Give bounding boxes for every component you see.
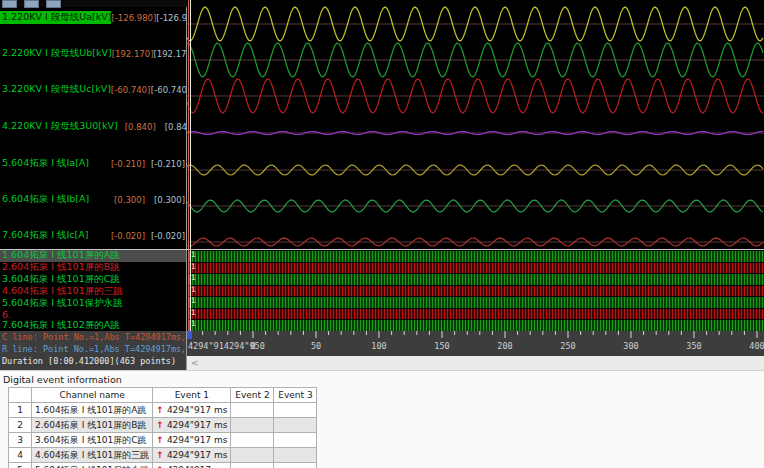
- scroll-left-arrow-icon[interactable]: <: [191, 358, 199, 368]
- table-row[interactable]: 11.604拓泉 I 线101屏的A跳↑4294"917 ms: [9, 403, 317, 418]
- toolbar-button-1[interactable]: [2, 0, 17, 8]
- channel-label[interactable]: 2.220KV I 段母线Ub[kV]: [0, 47, 112, 60]
- digital-channel-label[interactable]: 7.604拓泉 I 线102屏的A跳: [0, 319, 186, 331]
- event1-cell: ↑4294"917 ms: [153, 463, 231, 468]
- event2-cell: [231, 448, 274, 463]
- ruler-time-label: 200: [497, 341, 512, 351]
- ruler-time-label: 300: [623, 341, 638, 351]
- rising-edge-icon: ↑: [156, 435, 164, 445]
- digital-channel-label[interactable]: 1.604拓泉 I 线101屏的A跳: [0, 250, 186, 262]
- digital-trace[interactable]: 1: [189, 286, 764, 297]
- event2-cell: [231, 463, 274, 468]
- row-number: 3: [9, 433, 32, 448]
- ruler-time-label: 250: [560, 341, 575, 351]
- digital-event-section: Digital event information Channel nameEv…: [0, 370, 764, 468]
- c-cursor-value: [-126.980]: [111, 13, 156, 23]
- section-title: Digital event information: [0, 371, 764, 385]
- ruler-time-label: 350: [686, 341, 701, 351]
- analog-channel-row[interactable]: 2.220KV I 段母线Ub[kV][192.170][192.170]: [0, 47, 186, 60]
- analog-channel-row[interactable]: 1.220KV I 段母线Ua[kV][-126.980][-126.980]: [0, 11, 186, 24]
- event1-cell: ↑4294"917 ms: [153, 433, 231, 448]
- digital-trace[interactable]: 1: [189, 263, 764, 274]
- digital-channel-labels: 1.604拓泉 I 线101屏的A跳2.604拓泉 I 线101屏的B跳3.60…: [0, 250, 186, 331]
- c-cursor-value: [-60.740]: [111, 85, 150, 95]
- digital-state-value: 1: [191, 285, 196, 295]
- digital-channel-label[interactable]: 3.604拓泉 I 线101屏的C跳: [0, 274, 186, 286]
- digital-trace[interactable]: 1: [189, 297, 764, 308]
- channel-label[interactable]: 7.604拓泉 I 线Ic[A]: [0, 229, 88, 242]
- r-cursor-value: [0.300]: [145, 195, 186, 205]
- analog-channel-row[interactable]: 6.604拓泉 I 线Ib[A][0.300][0.300]: [0, 193, 186, 206]
- event2-cell: [231, 403, 274, 418]
- time-ruler[interactable]: 4294"914294"950050100150200250300350400: [187, 331, 764, 356]
- event3-cell: [274, 403, 317, 418]
- r-cursor-status: R line: Point No.=1,Abs T=4294917ms, Rel…: [2, 343, 186, 355]
- channel-label[interactable]: 4.220KV I 段母线3U0[kV]: [0, 120, 118, 133]
- channel-name-cell: 2.604拓泉 I 线101屏的B跳: [32, 418, 153, 433]
- table-row[interactable]: 44.604拓泉 I 线101屏的三跳↑4294"917 ms: [9, 448, 317, 463]
- rising-edge-icon: ↑: [156, 420, 164, 430]
- channel-name-cell: 5.604拓泉 I 线101保护永跳: [32, 463, 153, 468]
- column-header: Event 1: [153, 388, 231, 403]
- table-row[interactable]: 22.604拓泉 I 线101屏的B跳↑4294"917 ms: [9, 418, 317, 433]
- c-cursor-value: [-0.020]: [107, 231, 145, 241]
- c-cursor-line[interactable]: [188, 0, 189, 331]
- r-cursor-value: [-60.740]: [150, 85, 187, 95]
- ruler-time-label: 150: [434, 341, 449, 351]
- r-cursor-value: [0.840]: [156, 122, 187, 132]
- digital-channel-label[interactable]: 2.604拓泉 I 线101屏的B跳: [0, 262, 186, 274]
- ruler-time-label: 50: [311, 341, 321, 351]
- digital-trace[interactable]: 1: [189, 251, 764, 262]
- channel-label[interactable]: 6.604拓泉 I 线Ib[A]: [0, 193, 89, 206]
- digital-traces[interactable]: 1111111: [187, 250, 764, 331]
- row-number: 1: [9, 403, 32, 418]
- digital-trace[interactable]: 1: [189, 320, 764, 331]
- toolbar-button-3[interactable]: [46, 0, 61, 8]
- waveform-plot-area[interactable]: 1111111 4294"914294"95005010015020025030…: [187, 0, 764, 370]
- analog-channel-row[interactable]: 7.604拓泉 I 线Ic[A][-0.020][-0.020]: [0, 229, 186, 242]
- row-number-header: [9, 388, 32, 403]
- row-number: 4: [9, 448, 32, 463]
- event2-cell: [231, 418, 274, 433]
- digital-channel-label[interactable]: 4.604拓泉 I 线101屏的三跳: [0, 285, 186, 297]
- channel-name-cell: 4.604拓泉 I 线101屏的三跳: [32, 448, 153, 463]
- analog-channel-row[interactable]: 4.220KV I 段母线3U0[kV][0.840][0.840]: [0, 120, 186, 133]
- channel-label[interactable]: 5.604拓泉 I 线Ia[A]: [0, 157, 89, 170]
- ruler-time-label: 100: [371, 341, 386, 351]
- oscillogram-panel: 1.220KV I 段母线Ua[kV][-126.980][-126.980]2…: [0, 0, 764, 370]
- event-time: 4294"917 ms: [167, 420, 228, 430]
- event1-cell: ↑4294"917 ms: [153, 448, 231, 463]
- digital-trace[interactable]: 1: [189, 309, 764, 320]
- channel-label[interactable]: 3.220KV I 段母线Uc[kV]: [0, 83, 111, 96]
- event-time: 4294"917 ms: [167, 435, 228, 445]
- c-cursor-value: [-0.210]: [107, 159, 145, 169]
- horizontal-scrollbar[interactable]: <: [187, 356, 764, 370]
- table-row[interactable]: 55.604拓泉 I 线101保护永跳↑4294"917 ms: [9, 463, 317, 468]
- analog-channel-row[interactable]: 5.604拓泉 I 线Ia[A][-0.210][-0.210]: [0, 157, 186, 170]
- analog-waveforms[interactable]: [187, 0, 764, 250]
- toolbar-button-2[interactable]: [24, 0, 39, 8]
- r-cursor-value: [192.170]: [153, 49, 187, 59]
- time-ruler-ticks: 4294"914294"950050100150200250300350400: [187, 331, 764, 356]
- analog-channel-row[interactable]: 3.220KV I 段母线Uc[kV][-60.740][-60.740]: [0, 83, 186, 96]
- event3-cell: [274, 463, 317, 468]
- event1-cell: ↑4294"917 ms: [153, 403, 231, 418]
- channel-name-cell: 3.604拓泉 I 线101屏的C跳: [32, 433, 153, 448]
- digital-channel-label[interactable]: 5.604拓泉 I 线101保护永跳: [0, 297, 186, 309]
- digital-state-value: 1: [191, 319, 196, 329]
- column-header: Event 3: [274, 388, 317, 403]
- channel-list-panel: 1.220KV I 段母线Ua[kV][-126.980][-126.980]2…: [0, 0, 187, 370]
- rising-edge-icon: ↑: [156, 405, 164, 415]
- event-time: 4294"917 ms: [167, 450, 228, 460]
- c-cursor-value: [0.300]: [107, 195, 145, 205]
- cursor-status-strip: C line: Point No.=1,Abs T=4294917ms, Rel…: [0, 331, 186, 370]
- digital-channel-label[interactable]: 6.: [0, 309, 186, 319]
- digital-state-value: 1: [191, 308, 196, 318]
- row-number: 2: [9, 418, 32, 433]
- event3-cell: [274, 433, 317, 448]
- digital-trace[interactable]: 1: [189, 274, 764, 285]
- channel-name-cell: 1.604拓泉 I 线101屏的A跳: [32, 403, 153, 418]
- table-row[interactable]: 33.604拓泉 I 线101屏的C跳↑4294"917 ms: [9, 433, 317, 448]
- cursor-position-marker[interactable]: [187, 331, 192, 339]
- r-cursor-line[interactable]: [190, 0, 191, 331]
